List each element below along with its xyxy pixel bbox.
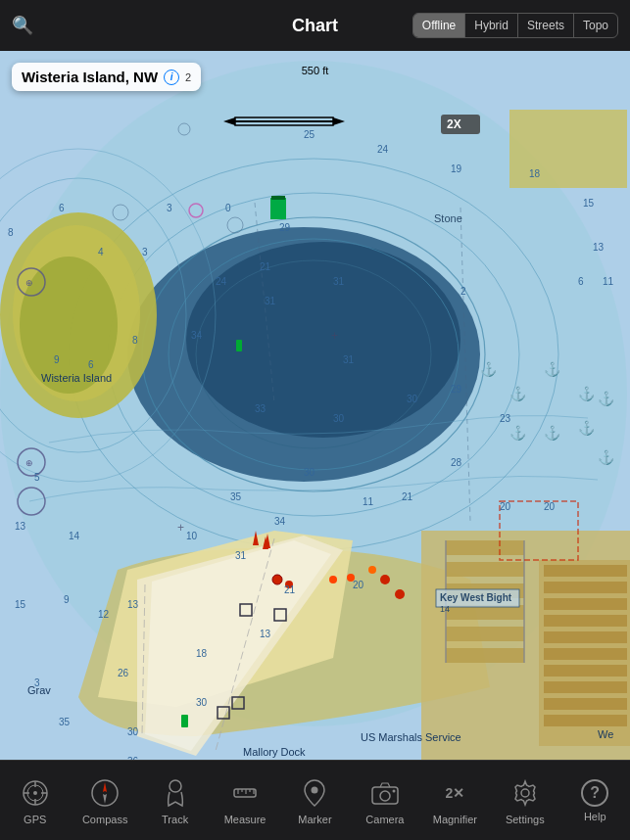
topo-button[interactable]: Topo: [574, 14, 617, 37]
svg-rect-53: [240, 604, 252, 616]
svg-marker-97: [103, 782, 107, 792]
svg-text:⚓: ⚓: [544, 361, 561, 378]
depth-number: 3: [167, 203, 172, 213]
svg-point-31: [0, 212, 157, 418]
depth-number: 6: [59, 203, 65, 213]
toolbar-help[interactable]: ? Help: [560, 773, 630, 828]
compass-label: Compass: [82, 814, 127, 825]
toolbar-gps[interactable]: GPS: [0, 770, 70, 831]
svg-text:⚓: ⚓: [598, 391, 615, 407]
depth-number: 18: [196, 648, 207, 659]
depth-number: 11: [603, 276, 613, 287]
depth-number: 24: [216, 276, 226, 287]
svg-text:⚓: ⚓: [578, 386, 596, 402]
svg-point-72: [178, 123, 190, 135]
svg-text:⚓: ⚓: [509, 425, 527, 442]
map-label-we: We: [598, 728, 613, 740]
depth-number: 13: [593, 242, 604, 253]
svg-rect-20: [539, 560, 630, 746]
svg-point-59: [285, 581, 293, 588]
depth-number: 9: [64, 594, 70, 605]
depth-number: 10: [186, 531, 197, 541]
depth-number: 31: [343, 354, 354, 365]
depth-number: 30: [304, 467, 315, 478]
depth-number: 35: [59, 717, 70, 727]
depth-number: 18: [529, 168, 540, 179]
svg-point-61: [380, 575, 390, 584]
svg-point-32: [13, 225, 140, 401]
hybrid-button[interactable]: Hybrid: [465, 14, 518, 37]
svg-rect-0: [0, 51, 630, 760]
svg-marker-38: [253, 531, 259, 545]
svg-text:⚓: ⚓: [578, 420, 596, 437]
streets-button[interactable]: Streets: [518, 14, 574, 37]
svg-point-36: [0, 149, 216, 482]
svg-rect-29: [544, 698, 627, 710]
svg-point-106: [312, 786, 318, 793]
svg-line-10: [216, 538, 274, 751]
depth-number: 31: [235, 550, 246, 561]
depth-number: 3: [142, 247, 148, 257]
svg-point-108: [380, 791, 390, 801]
svg-line-77: [255, 203, 274, 403]
toolbar-camera[interactable]: Camera: [350, 770, 419, 831]
map-label-wisteria: Wisteria Island: [41, 372, 112, 384]
toolbar-marker[interactable]: Marker: [280, 770, 350, 831]
depth-number: 13: [127, 599, 138, 610]
scale-label: 550 ft: [302, 65, 329, 76]
depth-number: 13: [260, 629, 270, 639]
depth-number: 15: [583, 198, 594, 209]
depth-number: 21: [284, 584, 295, 595]
svg-rect-65: [181, 715, 188, 727]
svg-text:+: +: [331, 329, 338, 343]
depth-number: 6: [88, 359, 94, 370]
gps-icon: [19, 776, 52, 810]
svg-point-3: [186, 242, 460, 438]
location-label[interactable]: Wisteria Island, NW i 2: [12, 63, 201, 91]
svg-rect-27: [544, 665, 627, 677]
depth-number: 14: [69, 531, 79, 541]
search-icon[interactable]: 🔍: [12, 15, 33, 36]
svg-rect-86: [235, 117, 333, 125]
offline-button[interactable]: Offline: [413, 14, 465, 37]
svg-rect-79: [500, 501, 578, 560]
map-label-grav: Grav: [27, 684, 51, 696]
svg-rect-87: [441, 115, 480, 134]
map-container[interactable]: ⚓ ⚓ ⚓ ⚓ ⚓ ⚓ ⚓ ⚓ ⚓ ⊕ ⊕ +: [0, 51, 630, 760]
toolbar-settings[interactable]: Settings: [490, 770, 559, 831]
svg-text:Key West Bight: Key West Bight: [440, 592, 512, 603]
depth-number: 3: [34, 677, 40, 688]
info-icon[interactable]: i: [164, 70, 179, 85]
svg-point-60: [347, 574, 355, 582]
svg-text:14: 14: [440, 604, 450, 614]
svg-point-8: [196, 260, 431, 448]
header: 🔍 Chart Offline Hybrid Streets Topo: [0, 0, 630, 51]
depth-number: 12: [98, 609, 109, 620]
svg-rect-54: [274, 609, 286, 621]
gps-label: GPS: [24, 814, 46, 825]
svg-point-35: [0, 178, 186, 452]
svg-point-64: [329, 576, 337, 583]
track-label: Track: [162, 814, 188, 825]
settings-icon: [509, 776, 542, 810]
svg-rect-34: [509, 110, 627, 188]
depth-number: 34: [191, 330, 202, 341]
svg-rect-56: [232, 697, 244, 709]
toolbar-compass[interactable]: Compass: [70, 770, 139, 831]
svg-point-5: [108, 193, 519, 516]
svg-point-2: [127, 227, 480, 482]
toolbar-track[interactable]: Track: [140, 770, 210, 831]
svg-rect-17: [446, 648, 524, 663]
svg-text:⊕: ⊕: [25, 458, 33, 468]
compass-icon: [88, 776, 121, 810]
svg-point-4: [69, 159, 558, 550]
toolbar-measure[interactable]: Measure: [210, 770, 279, 831]
depth-number: 29: [279, 222, 290, 233]
measure-icon: [228, 776, 262, 810]
depth-number: 21: [402, 491, 412, 502]
toolbar-magnifier[interactable]: 2✕ Magnifier: [420, 770, 490, 831]
svg-rect-100: [234, 789, 256, 797]
depth-number: 8: [132, 335, 138, 346]
depth-number: 8: [8, 227, 14, 238]
depth-number: 30: [333, 413, 344, 424]
